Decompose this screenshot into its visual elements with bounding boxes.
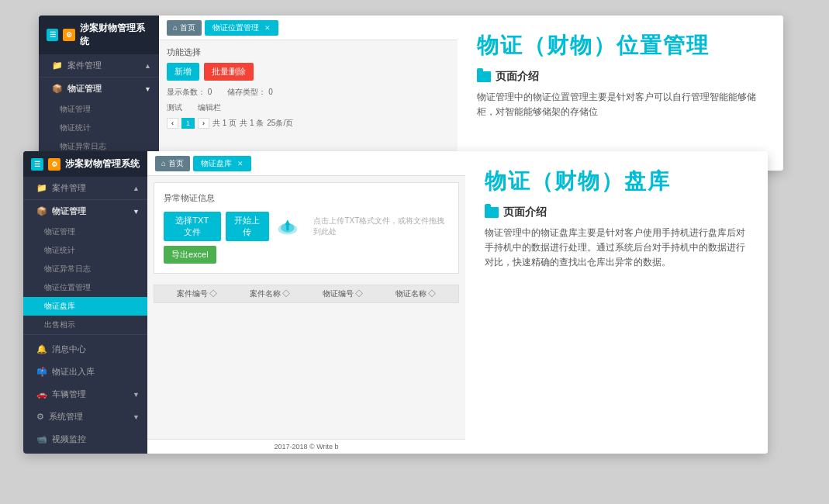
folder-icon-bottom-case: 📁	[36, 183, 47, 193]
desc-area-bottom: 物证（财物）盘库 页面介绍 物证管理中的物证盘库主要是针对客户使用手持机进行盘库…	[465, 151, 768, 454]
sidebar-label-case: 案件管理	[67, 60, 102, 71]
arrow-bottom-evidence: ▼	[133, 208, 140, 216]
bottom-menu-evidence: 📦 物证管理 ▼ 物证管理 物证统计 物证异常日志 物证位置管理	[23, 200, 147, 335]
close-tab-icon-bottom[interactable]: ✕	[237, 160, 244, 167]
bell-icon: 🔔	[36, 344, 47, 354]
box-icon: 📦	[52, 84, 63, 94]
sidebar-sub-label-3: 物证异常日志	[60, 141, 106, 152]
bottom-sidebar-evidence[interactable]: 📦 物证管理 ▼	[23, 200, 147, 223]
arrow-bottom-case: ▲	[133, 185, 140, 192]
desc-title-bottom: 物证（财物）盘库	[485, 167, 748, 196]
bottom-menu-case: 📁 案件管理 ▲	[23, 177, 147, 200]
sidebar-bottom-title-text: 涉案财物管理系统	[65, 157, 140, 171]
sidebar-sub-evidence-stats[interactable]: 物证统计	[39, 119, 159, 137]
topbar-top: ⌂ 首页 物证位置管理 ✕	[159, 16, 458, 40]
bottom-sidebar-evidence-label: 物证管理	[52, 205, 86, 217]
page-prev[interactable]: ‹	[167, 118, 178, 129]
bottom-sub-display[interactable]: 出售相示	[23, 316, 147, 334]
btn-select-txt[interactable]: 选择TXT文件	[164, 212, 221, 241]
bottom-topbar-home[interactable]: ⌂ 首页	[155, 156, 190, 171]
sidebar-top-title: ☰ ⚙ 涉案财物管理系统	[39, 16, 159, 54]
btn-add[interactable]: 新增	[167, 63, 199, 81]
box-icon-bottom: 📦	[36, 206, 47, 216]
main-bottom: ⌂ 首页 物证盘库 ✕ 异常物证信息 选择TXT文件 开始上传	[147, 151, 465, 454]
col-case-no: 案件编号 ◇	[161, 288, 233, 299]
btn-del[interactable]: 批量删除	[204, 63, 254, 81]
upload-hint: 点击上传TXT格式文件，或将文件拖拽到此处	[313, 216, 449, 237]
b-sub-label-2: 物证统计	[44, 245, 75, 256]
bottom-sidebar-vehicle[interactable]: 🚗 车辆管理 ▼	[23, 383, 147, 406]
close-tab-icon[interactable]: ✕	[264, 24, 271, 32]
sidebar-top-title-text: 涉案财物管理系统	[80, 22, 151, 48]
desc-section-label-bottom: 页面介绍	[503, 205, 547, 219]
desc-title-top: 物证（财物）位置管理	[477, 31, 764, 60]
folder-icon-case: 📁	[52, 60, 63, 71]
bottom-sidebar-msg[interactable]: 🔔 消息中心	[23, 338, 147, 361]
b-sub-label-3: 物证异常日志	[44, 264, 91, 274]
sidebar-sub-evidence-manage[interactable]: 物证管理	[39, 100, 159, 119]
page-next[interactable]: ›	[198, 118, 209, 129]
folder-icon-desc-bottom	[485, 207, 499, 218]
sidebar-bottom-title: ☰ ⚙ 涉案财物管理系统	[23, 151, 147, 177]
topbar-breadcrumb-label: 物证位置管理	[212, 22, 259, 33]
sidebar-item-case-management[interactable]: 📁 案件管理 ▲	[39, 54, 159, 77]
bottom-sub-stats[interactable]: 物证统计	[23, 241, 147, 260]
bottom-sidebar-inout[interactable]: 📫 物证出入库	[23, 361, 147, 383]
desc-area-top: 物证（财物）位置管理 页面介绍 物证管理中的物证位置管理主要是针对客户可以自行管…	[458, 16, 783, 171]
b-vehicle-label: 车辆管理	[52, 388, 86, 400]
b-msg-label: 消息中心	[52, 343, 86, 355]
btn-start-upload[interactable]: 开始上传	[226, 212, 269, 241]
topbar-home-label: 首页	[180, 22, 195, 33]
sidebar-top: ☰ ⚙ 涉案财物管理系统 📁 案件管理 ▲ 📦 物证管理 ▼ 物证管理	[39, 16, 159, 171]
main-top: ⌂ 首页 物证位置管理 ✕ 功能选择 新增 批量删除 显示条数： 0 储存类型：	[159, 16, 458, 171]
col-case-name: 案件名称 ◇	[233, 288, 306, 299]
sidebar-sub-label-1: 物证管理	[60, 104, 91, 115]
b-sub-label-4: 物证位置管理	[44, 282, 91, 293]
b-inout-label: 物证出入库	[52, 366, 95, 378]
home-icon-bottom: ⌂	[161, 159, 166, 167]
sidebar-bottom-icon-list: ☰	[31, 158, 43, 171]
sidebar-sub-label-2: 物证统计	[60, 123, 91, 133]
sidebar-bottom: ☰ ⚙ 涉案财物管理系统 📁 案件管理 ▲ 📦 物证管理 ▼ 物证管理	[23, 151, 147, 454]
topbar-breadcrumb-location[interactable]: 物证位置管理 ✕	[205, 20, 278, 36]
desc-subtitle-bottom: 页面介绍	[485, 205, 748, 219]
upload-title: 异常物证信息	[164, 192, 449, 204]
desc-body-top: 物证管理中的物证位置管理主要是针对客户可以自行管理智能能够储柜，对智能能够储架的…	[477, 90, 764, 119]
folder-icon-desc	[477, 71, 491, 82]
per-page: 25条/页	[267, 118, 293, 129]
bottom-sub-log[interactable]: 物证异常日志	[23, 260, 147, 278]
cloud-upload-icon	[275, 216, 300, 237]
pagination-top: ‹ 1 › 共 1 页 共 1 条 25条/页	[167, 118, 450, 129]
col-evidence-no: 物证编号 ◇	[306, 288, 379, 299]
bottom-table-header: 案件编号 ◇ 案件名称 ◇ 物证编号 ◇ 物证名称 ◇	[154, 285, 459, 303]
page-1[interactable]: 1	[181, 118, 195, 129]
topbar-home-btn[interactable]: ⌂ 首页	[167, 20, 202, 36]
bottom-sidebar-video[interactable]: 📹 视频监控	[23, 428, 147, 450]
bottom-breadcrumb-label: 物证盘库	[201, 158, 232, 169]
arrow-evidence: ▼	[144, 85, 151, 93]
bottom-sidebar-case[interactable]: 📁 案件管理 ▲	[23, 177, 147, 199]
menu-group-top-1: 📁 案件管理 ▲	[39, 54, 159, 78]
car-icon: 🚗	[36, 389, 47, 399]
table-meta-top: 显示条数： 0 储存类型： 0	[167, 87, 450, 98]
desc-body-bottom: 物证管理中的物证盘库主要是针对客户使用手持机进行盘库后对手持机中的数据进行处理。…	[485, 226, 748, 271]
home-icon: ⌂	[173, 23, 178, 32]
display-count-label: 显示条数： 0	[167, 87, 212, 98]
col-evidence-name: 物证名称 ◇	[379, 288, 452, 299]
bottom-topbar-breadcrumb[interactable]: 物证盘库 ✕	[193, 156, 251, 171]
bottom-sidebar-system[interactable]: ⚙ 系统管理 ▼	[23, 406, 147, 428]
b-video-label: 视频监控	[52, 433, 86, 445]
desc-subtitle-top: 页面介绍	[477, 70, 764, 84]
video-icon: 📹	[36, 434, 47, 444]
b-sub-label-6: 出售相示	[44, 319, 75, 330]
desc-section-label-top: 页面介绍	[496, 70, 539, 84]
sidebar-item-evidence-management[interactable]: 📦 物证管理 ▼	[39, 78, 159, 100]
arrow-case: ▲	[144, 62, 151, 70]
bottom-sub-inventory[interactable]: 物证盘库	[23, 297, 147, 316]
sidebar-icon-list: ☰	[47, 29, 58, 41]
btn-row-top: 新增 批量删除	[167, 63, 450, 81]
bottom-sub-manage[interactable]: 物证管理	[23, 223, 147, 241]
bottom-sub-location[interactable]: 物证位置管理	[23, 278, 147, 297]
btn-export-excel[interactable]: 导出excel	[164, 246, 216, 264]
arrow-vehicle: ▼	[133, 391, 140, 399]
